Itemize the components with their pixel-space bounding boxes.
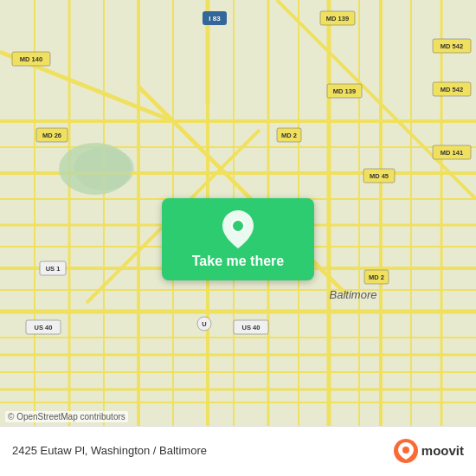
bottom-bar: 2425 Eutaw Pl, Washington / Baltimore mo…	[0, 426, 476, 476]
svg-point-71	[232, 220, 244, 232]
svg-text:MD 2: MD 2	[369, 273, 384, 281]
svg-text:MD 140: MD 140	[20, 55, 42, 63]
svg-text:MD 45: MD 45	[370, 172, 389, 180]
svg-text:MD 141: MD 141	[441, 149, 463, 157]
svg-point-73	[402, 447, 409, 453]
svg-text:MD 2: MD 2	[281, 132, 297, 139]
address-text: 2425 Eutaw Pl, Washington / Baltimore	[12, 444, 207, 457]
svg-text:MD 139: MD 139	[326, 15, 349, 23]
svg-point-37	[59, 143, 132, 195]
moovit-brand-text: moovit	[421, 443, 464, 458]
svg-text:US 40: US 40	[242, 324, 261, 331]
svg-text:MD 26: MD 26	[42, 132, 61, 139]
copyright-text: © OpenStreetMap contributors	[5, 411, 128, 422]
map-container: I 83 MD 139 MD 140 MD 139 MD 542 MD 542 …	[0, 0, 476, 476]
svg-text:Baltimore: Baltimore	[330, 288, 377, 301]
svg-text:MD 139: MD 139	[333, 87, 356, 95]
svg-text:US 40: US 40	[35, 324, 53, 331]
take-me-there-label: Take me there	[192, 254, 284, 269]
moovit-logo: moovit	[394, 439, 464, 463]
take-me-there-button[interactable]: Take me there	[162, 198, 314, 280]
svg-text:MD 542: MD 542	[441, 42, 463, 50]
svg-text:U: U	[202, 320, 206, 328]
svg-text:MD 542: MD 542	[441, 86, 463, 93]
svg-text:I 83: I 83	[209, 15, 221, 23]
moovit-logo-icon	[394, 439, 418, 463]
location-pin-icon	[222, 210, 254, 248]
svg-text:US 1: US 1	[46, 265, 61, 273]
